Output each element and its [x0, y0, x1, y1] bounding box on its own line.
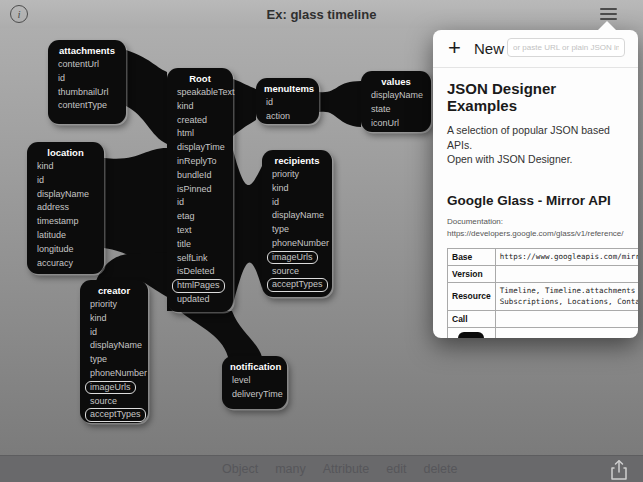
example-row: JSON open Ex Timeline (incl. Location & …: [448, 327, 639, 338]
node-attribute[interactable]: deliveryTime: [222, 388, 287, 402]
table-row: Call: [448, 310, 639, 327]
url-json-input[interactable]: [507, 38, 625, 57]
node-attribute[interactable]: priority: [80, 298, 148, 312]
hamburger-menu-icon[interactable]: [600, 8, 617, 20]
row-header: Call: [448, 310, 496, 327]
share-icon[interactable]: [608, 459, 630, 481]
node-attribute[interactable]: id: [262, 196, 332, 210]
toolbar-object-button[interactable]: Object: [222, 462, 258, 476]
description-line: Open with JSON Designer.: [447, 153, 572, 165]
node-attribute[interactable]: inReplyTo: [167, 155, 233, 169]
node-attribute[interactable]: kind: [167, 100, 233, 114]
node-notification[interactable]: notification leveldeliveryTime: [222, 356, 287, 409]
toolbar-many-button[interactable]: many: [275, 462, 306, 476]
node-attribute[interactable]: displayName: [361, 89, 431, 103]
row-header: Resource: [448, 283, 496, 311]
node-creator[interactable]: creator prioritykindiddisplayNametypepho…: [80, 280, 148, 423]
node-attribute[interactable]: accuracy: [27, 257, 104, 271]
node-root[interactable]: Root speakableTextkindcreatedhtmldisplay…: [167, 68, 233, 312]
plus-icon[interactable]: +: [448, 34, 461, 62]
node-attribute[interactable]: text: [167, 224, 233, 238]
node-attribute[interactable]: isPinned: [167, 183, 233, 197]
node-attribute[interactable]: html: [167, 127, 233, 141]
toolbar-attribute-button[interactable]: Attribute: [323, 462, 370, 476]
node-attribute[interactable]: imageUrls: [80, 381, 148, 395]
api-section-title: Google Glass - Mirror API: [447, 193, 624, 208]
row-header: Version: [448, 266, 496, 283]
node-location[interactable]: location kindiddisplayNameaddresstimesta…: [27, 142, 104, 274]
node-attribute[interactable]: phoneNumber: [262, 237, 332, 251]
node-title: Root: [167, 72, 233, 86]
table-row: Resource Timeline, Timeline.attachments …: [448, 283, 639, 311]
node-attachments[interactable]: attachments contentUrlidthumbnailUrlcont…: [48, 40, 126, 124]
node-attribute[interactable]: id: [167, 196, 233, 210]
row-value: [495, 310, 638, 327]
node-attribute[interactable]: speakableText: [167, 86, 233, 100]
node-attribute[interactable]: bundleId: [167, 169, 233, 183]
node-attribute[interactable]: etag: [167, 210, 233, 224]
row-value: Timeline, Timeline.attachments Subscript…: [495, 283, 638, 311]
node-attribute[interactable]: updated: [167, 293, 233, 307]
node-attribute[interactable]: longitude: [27, 243, 104, 257]
node-attribute[interactable]: displayTime: [167, 141, 233, 155]
node-attribute[interactable]: kind: [27, 160, 104, 174]
json-file-icon: JSON: [458, 332, 484, 338]
node-attribute[interactable]: displayName: [80, 339, 148, 353]
node-attribute[interactable]: latitude: [27, 229, 104, 243]
node-attribute[interactable]: kind: [80, 312, 148, 326]
node-attribute[interactable]: state: [361, 103, 431, 117]
node-attribute[interactable]: selfLink: [167, 252, 233, 266]
new-button[interactable]: New: [474, 40, 504, 57]
table-row: Base https://www.googleapis.com/mirror/v…: [448, 249, 639, 266]
node-title: notification: [222, 360, 287, 374]
node-attribute[interactable]: phoneNumber: [80, 367, 148, 381]
examples-popover: + New JSON Designer Examples A selection…: [433, 30, 638, 338]
top-navigation-bar: i Ex: glass timeline: [0, 0, 643, 28]
node-menuitems[interactable]: menuItems idaction: [256, 78, 319, 124]
node-attribute[interactable]: iconUrl: [361, 117, 431, 131]
node-attribute[interactable]: source: [80, 395, 148, 409]
node-attribute[interactable]: id: [80, 326, 148, 340]
node-attribute[interactable]: isDeleted: [167, 265, 233, 279]
toolbar-edit-button[interactable]: edit: [386, 462, 406, 476]
node-title: creator: [80, 284, 148, 298]
example-label: Ex Timeline (incl. Location & Contact): [495, 327, 638, 338]
row-value: https://www.googleapis.com/mirror/v1: [495, 249, 638, 266]
node-values[interactable]: values displayNamestateiconUrl: [361, 71, 431, 132]
node-attribute[interactable]: htmlPages: [167, 279, 233, 293]
node-attribute[interactable]: created: [167, 114, 233, 128]
documentation-url[interactable]: https://developers.google.com/glass/v1/r…: [447, 229, 624, 238]
node-attribute[interactable]: type: [80, 353, 148, 367]
node-attribute[interactable]: id: [256, 96, 319, 110]
examples-description: A selection of popular JSON based APIs. …: [447, 123, 624, 167]
popover-header: + New: [433, 30, 638, 68]
node-attribute[interactable]: displayName: [27, 188, 104, 202]
node-attribute[interactable]: address: [27, 201, 104, 215]
node-recipients[interactable]: recipients prioritykindiddisplayNametype…: [262, 150, 332, 297]
node-attribute[interactable]: contentType: [48, 99, 126, 113]
node-attribute[interactable]: thumbnailUrl: [48, 86, 126, 100]
documentation-label: Documentation:: [447, 217, 503, 226]
documentation-block: Documentation: https://developers.google…: [447, 216, 624, 240]
document-title: Ex: glass timeline: [0, 7, 643, 22]
node-attribute[interactable]: id: [48, 72, 126, 86]
node-attribute[interactable]: priority: [262, 168, 332, 182]
node-attribute[interactable]: source: [262, 265, 332, 279]
examples-heading: JSON Designer Examples: [447, 80, 624, 114]
node-attribute[interactable]: id: [27, 174, 104, 188]
node-attribute[interactable]: title: [167, 238, 233, 252]
row-value: [495, 266, 638, 283]
node-attribute[interactable]: acceptTypes: [262, 278, 332, 292]
node-attribute[interactable]: contentUrl: [48, 58, 126, 72]
node-attribute[interactable]: displayName: [262, 209, 332, 223]
toolbar-delete-button[interactable]: delete: [423, 462, 457, 476]
node-attribute[interactable]: kind: [262, 182, 332, 196]
node-attribute[interactable]: action: [256, 110, 319, 124]
node-attribute[interactable]: timestamp: [27, 215, 104, 229]
node-attribute[interactable]: type: [262, 223, 332, 237]
row-header: Base: [448, 249, 496, 266]
node-attribute[interactable]: level: [222, 374, 287, 388]
node-attribute[interactable]: imageUrls: [262, 251, 332, 265]
bottom-toolbar: Object many Attribute edit delete: [0, 455, 643, 482]
node-attribute[interactable]: acceptTypes: [80, 408, 148, 422]
